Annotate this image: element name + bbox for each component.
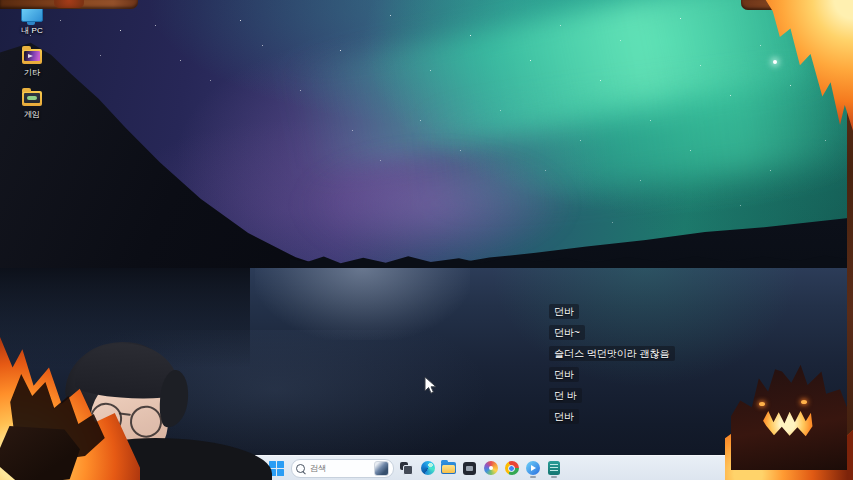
folder-icon xyxy=(22,91,42,106)
media-player-icon xyxy=(526,461,540,475)
desktop-screen: 내 PC 기타 게임 던바 던바~ 슬더스 먹던맛이라 괜찮음 던바 던 바 던… xyxy=(0,0,853,480)
edge-button[interactable] xyxy=(420,458,436,478)
chat-message: 던바 xyxy=(549,409,579,424)
folder-media-thumbnail xyxy=(24,51,40,61)
chat-message: 던바 xyxy=(549,367,579,382)
running-indicator xyxy=(551,476,557,478)
task-view-icon xyxy=(400,462,413,475)
mouse-cursor xyxy=(424,376,437,399)
purple-nebula xyxy=(300,150,570,260)
pc-monitor-icon xyxy=(21,6,43,22)
chat-overlay: 던바 던바~ 슬더스 먹던맛이라 괜찮음 던바 던 바 던바 xyxy=(549,304,675,430)
chrome-icon xyxy=(505,461,519,475)
file-explorer-button[interactable] xyxy=(441,458,457,478)
dark-app-icon xyxy=(463,462,476,475)
task-view-button[interactable] xyxy=(399,458,415,478)
desktop-icon-etc-folder[interactable]: 기타 xyxy=(6,49,58,78)
media-player-button[interactable] xyxy=(525,458,541,478)
chat-message: 던바 xyxy=(549,304,579,319)
chat-message: 던 바 xyxy=(549,388,582,403)
stars xyxy=(0,0,1,1)
teal-notes-app-icon xyxy=(548,461,560,475)
bright-star xyxy=(773,60,777,64)
chat-message: 슬더스 먹던맛이라 괜찮음 xyxy=(549,346,675,361)
dark-app-button[interactable] xyxy=(462,458,478,478)
teal-app-button[interactable] xyxy=(546,458,562,478)
edge-browser-icon xyxy=(421,461,435,475)
webcam-streamer xyxy=(48,338,278,480)
folder-icon xyxy=(22,49,42,64)
photos-icon xyxy=(484,461,498,475)
windows-logo-icon xyxy=(277,461,284,468)
photos-button[interactable] xyxy=(483,458,499,478)
chrome-button[interactable] xyxy=(504,458,520,478)
desktop-icon-label: 내 PC xyxy=(21,25,42,36)
search-icon xyxy=(296,464,305,473)
glasses-left-lens xyxy=(88,401,124,437)
desktop-icon-column: 내 PC 기타 게임 xyxy=(6,6,58,133)
taskbar-center-group xyxy=(268,458,562,478)
glasses-right-lens xyxy=(128,404,164,440)
desktop-icon-my-pc[interactable]: 내 PC xyxy=(6,6,58,36)
desktop-icon-label: 기타 xyxy=(24,67,40,78)
chat-message: 던바~ xyxy=(549,325,585,340)
desktop-icon-label: 게임 xyxy=(24,109,40,120)
folder-game-thumbnail xyxy=(24,93,40,103)
windows-logo-icon xyxy=(277,469,284,476)
desktop-icon-games-folder[interactable]: 게임 xyxy=(6,91,58,120)
streamer-shirt xyxy=(48,438,272,480)
taskbar-search-box[interactable] xyxy=(291,459,394,478)
search-input[interactable] xyxy=(308,462,371,474)
file-explorer-icon xyxy=(441,462,456,474)
search-daily-image-thumb[interactable] xyxy=(374,461,389,476)
running-indicator xyxy=(530,476,536,478)
